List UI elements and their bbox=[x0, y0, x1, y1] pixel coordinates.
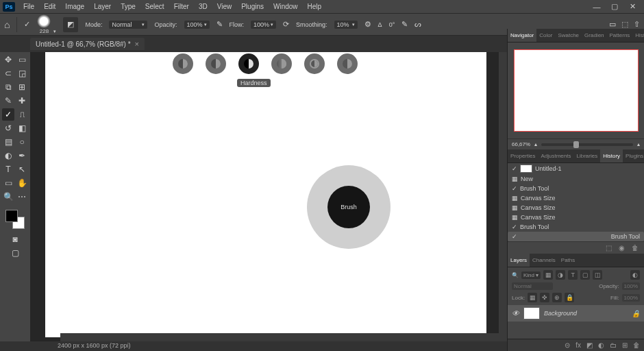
trash-icon[interactable]: 🗑 bbox=[632, 244, 639, 252]
flow-input[interactable]: 100%▾ bbox=[251, 21, 276, 29]
brush-preset-picker[interactable]: 228 ▾ bbox=[37, 14, 56, 34]
lock-all-icon[interactable]: 🔒 bbox=[565, 293, 574, 302]
stamp-tool[interactable]: ⎍ bbox=[16, 108, 28, 121]
fx-icon[interactable]: fx bbox=[575, 341, 581, 349]
tab-navigator[interactable]: Navigator bbox=[508, 29, 536, 42]
menu-image[interactable]: Image bbox=[61, 1, 88, 12]
camera-icon[interactable]: ◉ bbox=[619, 244, 625, 252]
history-item[interactable]: ✓Brush Tool bbox=[508, 222, 644, 232]
tab-histogram[interactable]: Histogra bbox=[632, 29, 644, 42]
screenmode-toggle[interactable]: ▢ bbox=[9, 247, 21, 259]
lock-artboard-icon[interactable]: ⊕ bbox=[552, 293, 562, 302]
gradient-tool[interactable]: ▤ bbox=[2, 136, 14, 148]
color-swatches[interactable] bbox=[5, 210, 25, 229]
filter-pixel-icon[interactable]: ▦ bbox=[543, 270, 553, 280]
history-item[interactable]: ▦Canvas Size bbox=[508, 203, 644, 213]
smoothing-options-icon[interactable]: ⚙ bbox=[364, 20, 371, 29]
opacity-input[interactable]: 100%▾ bbox=[184, 21, 210, 29]
menu-window[interactable]: Window bbox=[269, 1, 302, 12]
hud-size[interactable] bbox=[173, 53, 193, 74]
new-layer-icon[interactable]: ⊞ bbox=[622, 341, 628, 349]
hud-roundness[interactable] bbox=[304, 53, 325, 74]
tab-adjustments[interactable]: Adjustments bbox=[538, 149, 573, 162]
pen-tool[interactable]: ✒ bbox=[16, 149, 28, 162]
navigator-thumbnail[interactable] bbox=[514, 49, 639, 132]
type-tool[interactable]: T bbox=[2, 163, 14, 176]
layer-blend-select[interactable]: Normal bbox=[512, 282, 553, 290]
filter-toggle[interactable]: ◐ bbox=[630, 270, 640, 280]
fill-input[interactable]: 100% bbox=[622, 294, 640, 302]
menu-select[interactable]: Select bbox=[141, 1, 169, 12]
layer-name[interactable]: Background bbox=[544, 310, 577, 317]
path-select-tool[interactable]: ↖ bbox=[16, 163, 28, 176]
eyedropper-tool[interactable]: ✎ bbox=[2, 95, 14, 107]
menu-help[interactable]: Help bbox=[304, 1, 326, 12]
dodge-tool[interactable]: ◐ bbox=[2, 149, 14, 162]
hand-tool[interactable]: ✋ bbox=[16, 177, 28, 189]
edit-toolbar[interactable]: ⋯ bbox=[16, 191, 28, 203]
minimize-button[interactable]: ― bbox=[588, 1, 606, 13]
document-tab[interactable]: Untitled-1 @ 66,7% (RGB/8#) * × bbox=[30, 38, 145, 50]
brush-panel-toggle[interactable]: ◩ bbox=[63, 17, 78, 32]
zoom-value[interactable]: 66,67% bbox=[512, 141, 530, 147]
close-tab-icon[interactable]: × bbox=[135, 40, 139, 48]
history-brush[interactable]: ↺ bbox=[2, 122, 14, 134]
link-icon[interactable]: ⊝ bbox=[565, 341, 570, 349]
history-item[interactable]: ▦New bbox=[508, 174, 644, 184]
hud-opacity[interactable] bbox=[206, 53, 226, 74]
lock-icon[interactable]: 🔒 bbox=[632, 310, 640, 317]
lock-pixels-icon[interactable]: ▦ bbox=[528, 293, 537, 302]
filter-adjust-icon[interactable]: ◑ bbox=[556, 270, 565, 280]
frame-tool[interactable]: ⊞ bbox=[16, 81, 28, 93]
zoom-in-icon[interactable]: ▴ bbox=[637, 141, 640, 147]
delete-layer-icon[interactable]: 🗑 bbox=[633, 341, 640, 349]
foreground-color[interactable] bbox=[5, 210, 18, 222]
canvas[interactable]: Hardness Brush bbox=[45, 52, 486, 337]
scrollbar-horizontal[interactable] bbox=[60, 333, 507, 341]
home-icon[interactable]: ⌂ bbox=[4, 19, 10, 30]
menu-view[interactable]: View bbox=[213, 1, 236, 12]
visibility-icon[interactable]: 👁 bbox=[512, 309, 519, 317]
tab-history[interactable]: History bbox=[600, 149, 623, 162]
shape-tool[interactable]: ▭ bbox=[2, 177, 14, 189]
new-snapshot-icon[interactable]: ⬚ bbox=[606, 244, 612, 252]
brush-tool-icon[interactable]: ✓ bbox=[24, 20, 30, 29]
history-item[interactable]: ▦Canvas Size bbox=[508, 193, 644, 203]
close-button[interactable]: ✕ bbox=[623, 1, 641, 13]
mask-icon[interactable]: ◩ bbox=[586, 341, 593, 349]
marquee-tool[interactable]: ▭ bbox=[16, 53, 28, 66]
layer-thumbnail[interactable] bbox=[523, 307, 540, 319]
blur-tool[interactable]: ○ bbox=[16, 136, 28, 148]
adjustment-icon[interactable]: ◐ bbox=[598, 341, 604, 349]
scrollbar-vertical[interactable] bbox=[499, 52, 507, 333]
tab-channels[interactable]: Channels bbox=[530, 254, 558, 267]
airbrush-icon[interactable]: ⟳ bbox=[283, 20, 289, 29]
zoom-tool[interactable]: 🔍 bbox=[2, 191, 14, 203]
zoom-out-icon[interactable]: ▴ bbox=[534, 141, 537, 147]
menu-plugins[interactable]: Plugins bbox=[237, 1, 268, 12]
brush-tool[interactable]: ✓ bbox=[2, 108, 14, 121]
tab-patterns[interactable]: Patterns bbox=[607, 29, 633, 42]
healing-tool[interactable]: ✚ bbox=[16, 95, 28, 107]
tab-color[interactable]: Color bbox=[536, 29, 555, 42]
smoothing-input[interactable]: 10%▾ bbox=[334, 21, 358, 29]
tab-swatches[interactable]: Swatche bbox=[555, 29, 582, 42]
history-item[interactable]: ▦Canvas Size bbox=[508, 213, 644, 222]
history-item[interactable]: ✓Brush Tool bbox=[508, 232, 644, 241]
filter-shape-icon[interactable]: ▢ bbox=[580, 270, 590, 280]
filter-smart-icon[interactable]: ◫ bbox=[593, 270, 602, 280]
filter-kind-select[interactable]: Kind ▾ bbox=[521, 271, 541, 279]
symmetry-icon[interactable]: ᔕ bbox=[414, 20, 421, 29]
menu-type[interactable]: Type bbox=[116, 1, 140, 12]
opacity-pressure-icon[interactable]: ✎ bbox=[216, 20, 223, 29]
history-document[interactable]: ✓Untitled-1 bbox=[508, 163, 644, 174]
menu-3d[interactable]: 3D bbox=[195, 1, 212, 12]
menu-file[interactable]: File bbox=[19, 1, 38, 12]
object-select-tool[interactable]: ◲ bbox=[16, 67, 28, 80]
tab-paths[interactable]: Paths bbox=[558, 254, 578, 267]
menu-filter[interactable]: Filter bbox=[170, 1, 193, 12]
maximize-button[interactable]: ▢ bbox=[606, 1, 623, 13]
angle-value[interactable]: 0° bbox=[389, 21, 395, 28]
tab-plugins[interactable]: Plugins bbox=[623, 149, 644, 162]
lock-position-icon[interactable]: ✜ bbox=[540, 293, 549, 302]
